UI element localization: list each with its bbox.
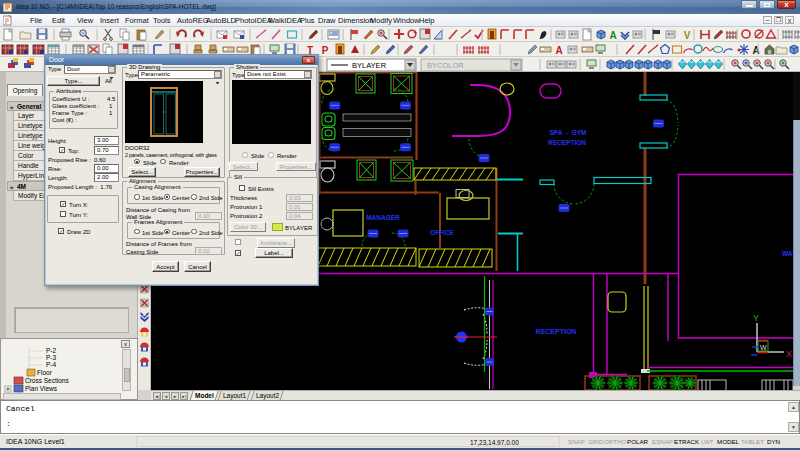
svg-text:X: X	[786, 349, 792, 359]
svg-text:A: A	[752, 45, 759, 56]
svg-text:A: A	[555, 45, 562, 56]
svg-text:RECEPTION: RECEPTION	[548, 139, 586, 146]
svg-text:W: W	[760, 344, 767, 351]
svg-text:MANAGER: MANAGER	[366, 214, 400, 221]
svg-text:SPA - GYM: SPA - GYM	[549, 129, 586, 136]
svg-text:WAT: WAT	[782, 250, 793, 257]
svg-text:Y: Y	[753, 313, 759, 323]
svg-text:V: V	[684, 30, 691, 41]
svg-text:P: P	[322, 45, 329, 56]
svg-text:BYLAYER: BYLAYER	[352, 61, 387, 70]
svg-text:BYCOLOR: BYCOLOR	[427, 61, 464, 70]
svg-text:A: A	[609, 30, 616, 41]
svg-text:RECEPTION: RECEPTION	[536, 328, 577, 335]
svg-text:OFFICE: OFFICE	[430, 229, 454, 236]
